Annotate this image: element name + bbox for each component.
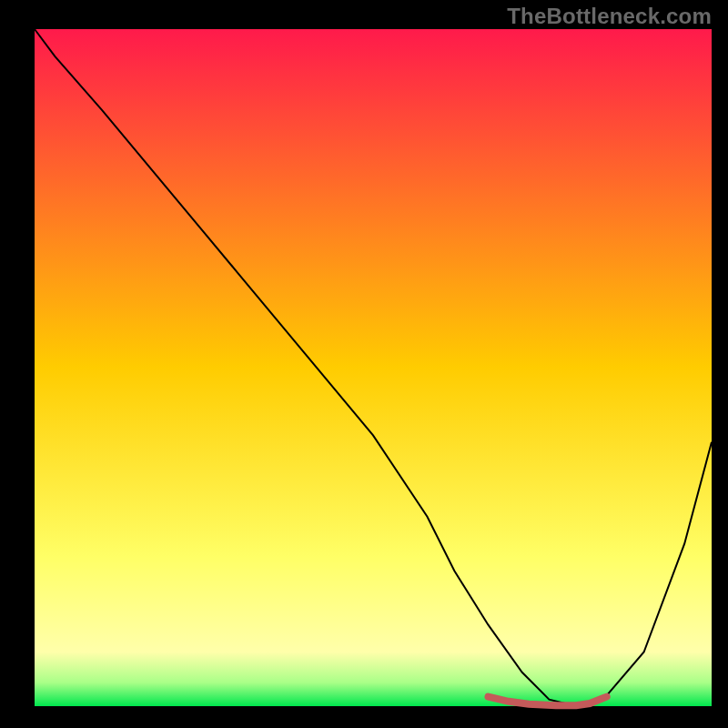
watermark-text: TheBottleneck.com (507, 4, 712, 29)
bottleneck-chart (0, 0, 728, 728)
chart-frame: TheBottleneck.com (0, 0, 728, 728)
plot-background (35, 29, 712, 706)
